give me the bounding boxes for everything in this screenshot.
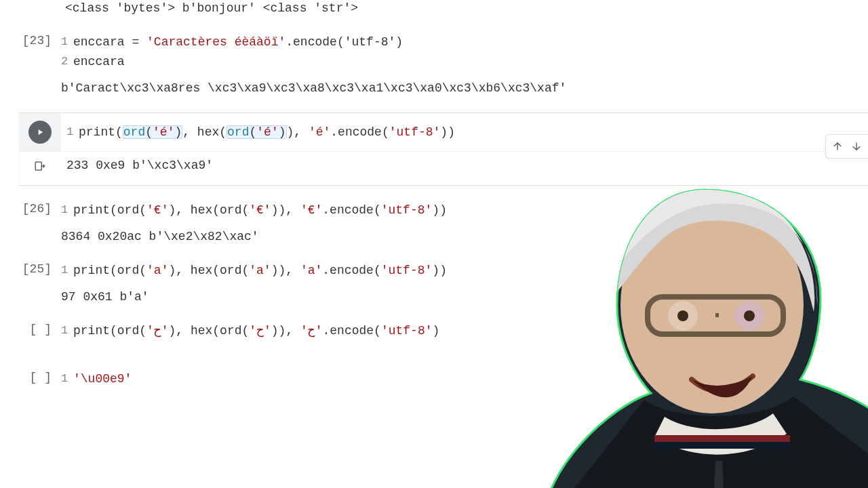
svg-rect-0 <box>35 162 41 170</box>
output-23: b'Caract\xc3\xa8res \xc3\xa9\xc3\xa8\xc3… <box>0 77 868 107</box>
line-number: 1 <box>61 321 73 340</box>
svg-rect-8 <box>654 435 790 442</box>
code-text[interactable]: print(ord('é'), hex(ord('é')), 'é'.encod… <box>79 123 455 142</box>
exec-count-empty: [ ] <box>0 321 61 336</box>
code-text[interactable]: print(ord('ح'), hex(ord('ح')), 'ح'.encod… <box>73 321 439 341</box>
cell-nav-toolbar <box>825 134 868 159</box>
code-cell-unrun-1[interactable]: [ ] 1 print(ord('ح'), hex(ord('ح')), 'ح'… <box>0 316 868 346</box>
svg-rect-9 <box>654 442 790 449</box>
output-25: 97 0x61 b'a' <box>0 286 868 316</box>
exec-count-23: [23] <box>0 33 61 47</box>
move-cell-down-icon[interactable] <box>849 139 864 154</box>
exec-count-26: [26] <box>0 201 61 216</box>
output-active: 233 0xe9 b'\xc3\xa9' <box>19 151 868 185</box>
code-cell-unrun-2[interactable]: [ ] 1 '\u00e9' <box>0 364 868 394</box>
code-text[interactable]: enccara <box>73 52 125 72</box>
exec-count-empty: [ ] <box>0 369 61 384</box>
code-cell-26[interactable]: [26] 1 print(ord('€'), hex(ord('€')), '€… <box>0 195 868 226</box>
output-collapse-icon[interactable] <box>34 160 46 176</box>
code-text[interactable]: '\u00e9' <box>73 369 132 389</box>
code-text[interactable]: enccara = 'Caractères éèáàöï'.encode('ut… <box>73 33 403 52</box>
code-text[interactable]: print(ord('a'), hex(ord('a')), 'a'.encod… <box>73 261 447 281</box>
code-cell-25[interactable]: [25] 1 print(ord('a'), hex(ord('a')), 'a… <box>0 256 868 286</box>
output-26: 8364 0x20ac b'\xe2\x82\xac' <box>0 226 868 256</box>
line-number: 2 <box>61 52 73 70</box>
exec-count-25: [25] <box>0 261 61 276</box>
code-text[interactable]: print(ord('€'), hex(ord('€')), '€'.encod… <box>73 201 447 220</box>
line-number: 1 <box>66 123 79 141</box>
line-number: 1 <box>61 369 73 388</box>
code-cell-23[interactable]: [23] 1 enccara = 'Caractères éèáàöï'.enc… <box>0 27 868 77</box>
previous-cell-output: <class 'bytes'> b'bonjour' <class 'str'> <box>0 0 868 27</box>
line-number: 1 <box>61 33 73 51</box>
move-cell-up-icon[interactable] <box>830 139 845 154</box>
line-number: 1 <box>61 261 73 279</box>
line-number: 1 <box>61 201 73 219</box>
run-cell-button[interactable] <box>28 121 52 144</box>
code-cell-active[interactable]: 1 print(ord('é'), hex(ord('é')), 'é'.enc… <box>19 113 868 186</box>
notebook: <class 'bytes'> b'bonjour' <class 'str'>… <box>0 0 868 394</box>
